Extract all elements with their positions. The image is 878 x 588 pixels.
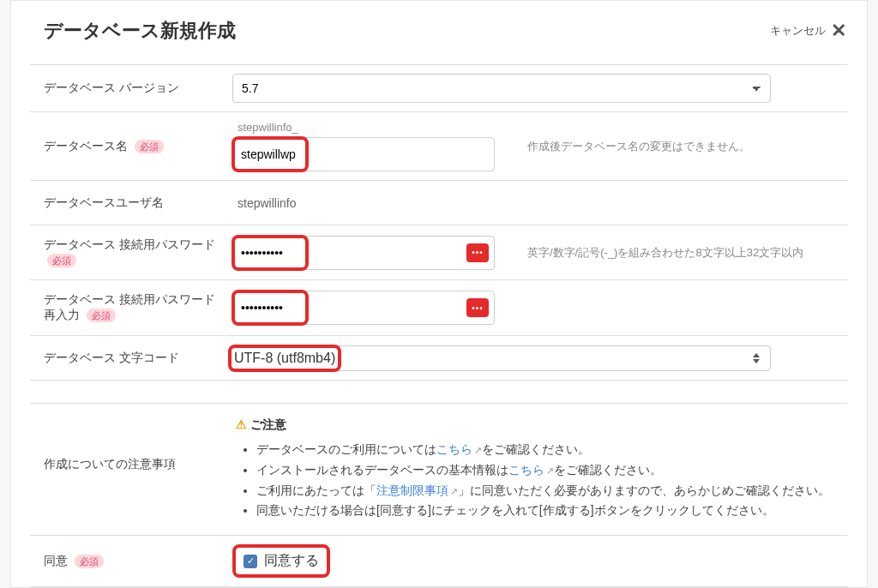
cancel-button[interactable]: キャンセル ✕ xyxy=(770,21,846,40)
password-input[interactable] xyxy=(238,241,303,265)
version-select[interactable]: 5.7 xyxy=(232,74,771,103)
dbname-input[interactable] xyxy=(238,142,303,166)
notice-item: 同意いただける場合は[同意する]にチェックを入れて[作成する]ボタンをクリックし… xyxy=(256,501,830,521)
notice-link[interactable]: こちら↗ xyxy=(508,463,554,477)
create-database-modal: データベース新規作成 キャンセル ✕ データベース バージョン 5.7 データベ… xyxy=(10,0,868,588)
external-link-icon: ↗ xyxy=(474,445,482,455)
charset-value: UTF-8 (utf8mb4) xyxy=(234,351,335,366)
row-notice: 作成についての注意事項 ⚠ご注意 データベースのご利用についてはこちら↗をご確認… xyxy=(30,404,848,536)
toggle-password-visibility-icon[interactable]: ••• xyxy=(466,243,489,262)
external-link-icon: ↗ xyxy=(546,465,554,476)
modal-title: データベース新規作成 xyxy=(44,18,236,44)
label-charset: データベース 文字コード xyxy=(30,339,229,378)
row-password: データベース 接続用パスワード 必須 ••• 英字/数字/記号(-_)を組み合わ… xyxy=(30,225,848,280)
required-badge: 必須 xyxy=(87,309,116,322)
notice-item: ご利用にあたっては「注意制限事項↗」に同意いただく必要がありますので、あらかじめ… xyxy=(256,481,830,501)
agree-checkbox[interactable]: ✓ xyxy=(244,555,257,568)
notice-heading: ⚠ご注意 xyxy=(236,417,830,433)
row-agree: 同意 必須 ✓ 同意する xyxy=(30,536,848,587)
warning-icon: ⚠ xyxy=(236,417,247,431)
dbname-prefix: stepwillinfo_ xyxy=(232,121,495,134)
password-highlight xyxy=(232,235,309,271)
label-dbuser: データベースユーザ名 xyxy=(30,183,229,223)
notice-link[interactable]: こちら↗ xyxy=(436,442,482,456)
row-charset: データベース 文字コード UTF-8 (utf8mb4) xyxy=(30,336,848,381)
close-icon: ✕ xyxy=(831,21,846,40)
toggle-password-confirm-visibility-icon[interactable]: ••• xyxy=(466,298,489,317)
row-dbuser: データベースユーザ名 stepwillinfo xyxy=(30,181,848,225)
required-badge: 必須 xyxy=(47,254,76,267)
row-password-confirm: データベース 接続用パスワード再入力 必須 ••• xyxy=(30,280,848,336)
dbuser-value: stepwillinfo xyxy=(232,196,296,210)
chevron-updown-icon xyxy=(753,353,760,363)
charset-select[interactable]: UTF-8 (utf8mb4) xyxy=(229,345,771,371)
password-confirm-input[interactable] xyxy=(238,296,303,320)
password-help: 英字/数字/記号(-_)を組み合わせた8文字以上32文字以内 xyxy=(527,245,838,261)
charset-highlight: UTF-8 (utf8mb4) xyxy=(228,345,341,372)
label-password: データベース 接続用パスワード 必須 xyxy=(30,225,229,279)
agree-label: 同意する xyxy=(264,552,319,570)
notice-table: 作成についての注意事項 ⚠ご注意 データベースのご利用についてはこちら↗をご確認… xyxy=(30,403,848,587)
password-confirm-highlight xyxy=(232,290,309,326)
dbname-highlight xyxy=(232,136,309,172)
notice-list: データベースのご利用についてはこちら↗をご確認ください。 インストールされるデー… xyxy=(236,440,830,521)
required-badge: 必須 xyxy=(135,140,164,153)
label-password-confirm: データベース 接続用パスワード再入力 必須 xyxy=(30,280,229,335)
form-table: データベース バージョン 5.7 データベース名 必須 stepwillinfo… xyxy=(30,64,848,381)
external-link-icon: ↗ xyxy=(450,486,458,496)
cancel-label: キャンセル xyxy=(770,23,826,39)
label-agree: 同意 必須 xyxy=(30,542,229,581)
notice-link[interactable]: 注意制限事項↗ xyxy=(376,483,458,497)
agree-highlight: ✓ 同意する xyxy=(232,544,330,578)
modal-header: データベース新規作成 キャンセル ✕ xyxy=(11,1,867,64)
label-version: データベース バージョン xyxy=(30,69,229,108)
required-badge: 必須 xyxy=(75,555,104,568)
dbname-help: 作成後データベース名の変更はできません。 xyxy=(527,139,838,154)
notice-item: インストールされるデータベースの基本情報はこちら↗をご確認ください。 xyxy=(256,460,830,481)
row-dbname: データベース名 必須 stepwillinfo_ 作成後データベース名の変更はで… xyxy=(30,112,848,181)
notice-item: データベースのご利用についてはこちら↗をご確認ください。 xyxy=(256,440,830,460)
row-version: データベース バージョン 5.7 xyxy=(30,65,848,112)
label-notice: 作成についての注意事項 xyxy=(30,404,229,484)
label-dbname: データベース名 必須 xyxy=(30,127,229,166)
